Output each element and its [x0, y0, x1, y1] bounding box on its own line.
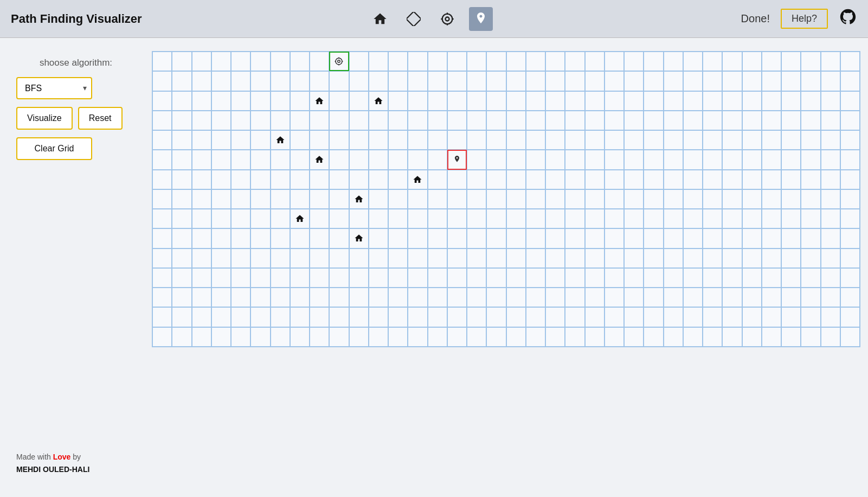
table-row[interactable]	[722, 307, 742, 327]
table-row[interactable]	[526, 150, 545, 169]
table-row[interactable]	[545, 248, 565, 268]
table-row[interactable]	[192, 71, 211, 91]
table-row[interactable]	[821, 170, 840, 189]
table-row[interactable]	[585, 189, 605, 209]
table-row[interactable]	[211, 228, 231, 248]
table-row[interactable]	[703, 91, 722, 111]
table-row[interactable]	[290, 111, 310, 130]
table-row[interactable]	[408, 327, 427, 347]
table-row[interactable]	[801, 228, 820, 248]
table-row[interactable]	[152, 71, 172, 91]
table-row[interactable]	[290, 71, 310, 91]
table-row[interactable]	[801, 189, 820, 209]
table-row[interactable]	[801, 288, 820, 307]
table-row[interactable]	[821, 150, 840, 169]
table-row[interactable]	[408, 228, 427, 248]
table-row[interactable]	[526, 327, 545, 347]
table-row[interactable]	[211, 71, 231, 91]
table-row[interactable]	[683, 209, 703, 228]
table-row[interactable]	[526, 71, 545, 91]
table-row[interactable]	[644, 209, 663, 228]
table-row[interactable]	[152, 248, 172, 268]
table-row[interactable]	[152, 209, 172, 228]
table-row[interactable]	[408, 268, 427, 288]
table-row[interactable]	[428, 150, 447, 169]
table-row[interactable]	[664, 228, 683, 248]
table-row[interactable]	[801, 111, 820, 130]
table-row[interactable]	[408, 71, 427, 91]
table-row[interactable]	[821, 189, 840, 209]
table-row[interactable]	[801, 307, 820, 327]
table-row[interactable]	[329, 248, 349, 268]
table-row[interactable]	[683, 150, 703, 169]
table-row[interactable]	[722, 268, 742, 288]
table-row[interactable]	[565, 327, 584, 347]
table-row[interactable]	[388, 150, 408, 169]
table-row[interactable]	[683, 288, 703, 307]
table-row[interactable]	[408, 130, 427, 150]
table-row[interactable]	[152, 130, 172, 150]
table-row[interactable]	[840, 248, 860, 268]
table-row[interactable]	[349, 248, 369, 268]
table-row[interactable]	[329, 111, 349, 130]
table-row[interactable]	[369, 150, 388, 169]
table-row[interactable]	[447, 71, 467, 91]
table-row[interactable]	[801, 130, 820, 150]
table-row[interactable]	[624, 130, 644, 150]
table-row[interactable]	[486, 327, 506, 347]
table-row[interactable]	[585, 52, 605, 71]
table-row[interactable]	[290, 150, 310, 169]
table-row[interactable]	[722, 130, 742, 150]
table-row[interactable]	[624, 248, 644, 268]
table-row[interactable]	[231, 130, 250, 150]
table-row[interactable]	[447, 52, 467, 71]
table-row[interactable]	[722, 248, 742, 268]
table-row[interactable]	[250, 248, 270, 268]
table-row[interactable]	[152, 91, 172, 111]
table-row[interactable]	[644, 111, 663, 130]
table-row[interactable]	[644, 71, 663, 91]
table-row[interactable]	[526, 170, 545, 189]
table-row[interactable]	[172, 228, 191, 248]
table-row[interactable]	[152, 268, 172, 288]
table-row[interactable]	[310, 91, 329, 111]
table-row[interactable]	[821, 91, 840, 111]
table-row[interactable]	[624, 150, 644, 169]
table-row[interactable]	[231, 150, 250, 169]
table-row[interactable]	[683, 170, 703, 189]
table-row[interactable]	[624, 71, 644, 91]
table-row[interactable]	[152, 189, 172, 209]
table-row[interactable]	[271, 52, 290, 71]
table-row[interactable]	[840, 150, 860, 169]
table-row[interactable]	[664, 248, 683, 268]
table-row[interactable]	[664, 170, 683, 189]
table-row[interactable]	[310, 150, 329, 169]
table-row[interactable]	[369, 170, 388, 189]
table-row[interactable]	[801, 268, 820, 288]
table-row[interactable]	[703, 327, 722, 347]
table-row[interactable]	[762, 170, 781, 189]
table-row[interactable]	[447, 150, 467, 169]
table-row[interactable]	[369, 209, 388, 228]
table-row[interactable]	[467, 189, 486, 209]
table-row[interactable]	[781, 209, 801, 228]
table-row[interactable]	[821, 130, 840, 150]
table-row[interactable]	[192, 228, 211, 248]
table-row[interactable]	[250, 307, 270, 327]
table-row[interactable]	[605, 189, 624, 209]
table-row[interactable]	[467, 288, 486, 307]
table-row[interactable]	[231, 52, 250, 71]
table-row[interactable]	[172, 52, 191, 71]
github-button[interactable]	[839, 8, 857, 30]
table-row[interactable]	[271, 327, 290, 347]
table-row[interactable]	[231, 327, 250, 347]
table-row[interactable]	[369, 71, 388, 91]
table-row[interactable]	[329, 150, 349, 169]
table-row[interactable]	[506, 228, 526, 248]
table-row[interactable]	[624, 228, 644, 248]
table-row[interactable]	[506, 130, 526, 150]
table-row[interactable]	[762, 52, 781, 71]
table-row[interactable]	[821, 228, 840, 248]
table-row[interactable]	[211, 52, 231, 71]
table-row[interactable]	[683, 71, 703, 91]
